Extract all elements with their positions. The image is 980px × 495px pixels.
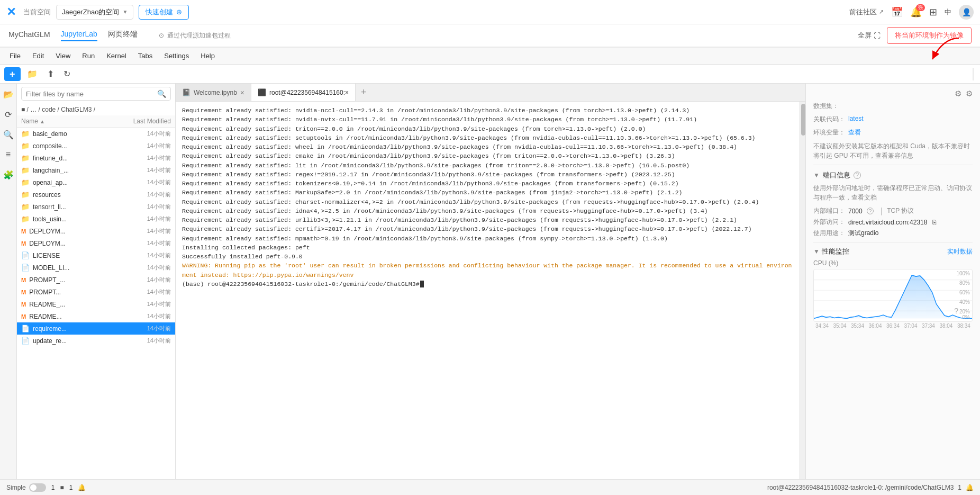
file-item[interactable]: MPROMPT...14小时前 [17, 286, 175, 298]
scrollbar[interactable] [799, 102, 805, 479]
file-item[interactable]: 📁tensorrt_ll...14小时前 [17, 201, 175, 213]
sidebar-running-icon[interactable]: ⟳ [2, 108, 15, 121]
search-input[interactable] [26, 90, 157, 98]
tab-terminal[interactable]: 网页终端 [108, 30, 138, 41]
proxy-tab[interactable]: ⊙ 通过代理源加速包过程 [159, 31, 231, 40]
menu-edit[interactable]: Edit [27, 50, 49, 62]
file-item[interactable]: 📄requireme...14小时前 [17, 322, 175, 335]
add-tab-button[interactable]: + [356, 87, 372, 98]
rp-related-code-row: 关联代码： latest [813, 115, 973, 124]
file-item[interactable]: 📁tools_usin...14小时前 [17, 213, 175, 225]
terminal-line: Requirement already satisfied: certifi>=… [182, 224, 793, 233]
quick-create-button[interactable]: 快速创建 ⊕ [139, 5, 189, 20]
make-image-button[interactable]: 将当前环境制作为镜像 [887, 27, 972, 44]
rp-settings-icon[interactable]: ⚙ [955, 89, 961, 98]
menu-view[interactable]: View [50, 50, 76, 62]
file-item[interactable]: 📁composite...14小时前 [17, 140, 175, 152]
apps-icon-btn[interactable]: ⊞ [929, 6, 937, 18]
cpu-80-label: 80% [959, 280, 970, 286]
toggle-track[interactable] [29, 483, 46, 492]
folder-icon: 📁 [21, 154, 30, 162]
cpu-help-icon[interactable]: ? [954, 307, 958, 315]
col-name-header[interactable]: Name ▲ [21, 118, 129, 125]
menu-file[interactable]: File [4, 50, 26, 62]
simple-toggle[interactable]: Simple [6, 483, 46, 492]
rp-port-help-icon[interactable]: ? [854, 172, 861, 179]
tab-welcome[interactable]: 📓 Welcome.ipynb × [176, 84, 251, 101]
file-date: 14小时前 [134, 312, 171, 320]
file-item[interactable]: MREADME...14小时前 [17, 310, 175, 322]
menu-tabs[interactable]: Tabs [133, 50, 158, 62]
current-space-label: 当前空间 [23, 7, 51, 17]
community-link[interactable]: 前往社区 ↗ [849, 7, 884, 17]
bell-icon-btn[interactable]: 🔔 强 [910, 6, 922, 18]
upload2-button[interactable]: ⬆ [44, 68, 57, 80]
sidebar-puzzle-icon[interactable]: 🧩 [2, 168, 15, 181]
tab-mychatglm[interactable]: MyChatGLM [8, 30, 50, 41]
new-file-button[interactable]: + [4, 67, 21, 81]
file-item[interactable]: 📄update_re...14小时前 [17, 335, 175, 347]
rp-related-code-value[interactable]: latest [848, 115, 973, 122]
rp-env-var-row: 环境变量： 查看 [813, 128, 973, 137]
tab-terminal[interactable]: ⬛ root@4222356948415160:× [251, 84, 356, 101]
file-item[interactable]: MREADME_...14小时前 [17, 298, 175, 310]
top-nav-right: 前往社区 ↗ 📅 🔔 强 ⊞ 中 👤 [849, 5, 974, 20]
sidebar-list-icon[interactable]: ≡ [2, 148, 15, 161]
menu-settings[interactable]: Settings [159, 50, 194, 62]
file-item[interactable]: 📄LICENSE14小时前 [17, 249, 175, 262]
file-item[interactable]: MDEPLOYM...14小时前 [17, 225, 175, 237]
avatar[interactable]: 👤 [959, 5, 974, 20]
folder-icon: 📁 [21, 215, 30, 223]
cpu-100-label: 100% [956, 271, 970, 276]
cpu-chart: 100% 80% 60% 40% 20% 0% ? [813, 269, 973, 322]
rp-data-editor-value [846, 102, 973, 111]
status-bar: Simple 1 ■ 1 🔔 root@42223569484​15160​32… [0, 479, 980, 495]
fullscreen-button[interactable]: 全屏 ⛶ [858, 31, 881, 40]
rp-copy-icon[interactable]: ⎘ [932, 219, 936, 226]
rp-usage-row: 使用用途： 测试gradio [813, 229, 973, 238]
file-item[interactable]: 📄MODEL_LI...14小时前 [17, 262, 175, 274]
file-item[interactable]: 📁resources14小时前 [17, 188, 175, 201]
calendar-icon-btn[interactable]: 📅 [891, 6, 903, 18]
menu-help[interactable]: Help [195, 50, 220, 62]
rp-perf-arrow[interactable]: ▼ [813, 248, 820, 255]
file-item[interactable]: MDEPLOYM...14小时前 [17, 237, 175, 249]
terminal-line: Requirement already satisfied: charset-n… [182, 197, 793, 206]
menu-kernel[interactable]: Kernel [101, 50, 132, 62]
space-selector[interactable]: JaegerZhao的空间 ▼ [56, 5, 133, 20]
tab-close-welcome[interactable]: × [240, 88, 244, 97]
file-icon: M [21, 277, 26, 283]
rp-env-var-link[interactable]: 查看 [848, 128, 973, 137]
tab-jupyterlab[interactable]: JupyterLab [61, 30, 97, 41]
file-item[interactable]: 📁finetune_d...14小时前 [17, 152, 175, 164]
refresh-button[interactable]: ↻ [60, 68, 74, 80]
terminal-warn-line: WARNING: Running pip as the 'root' user … [182, 261, 793, 280]
search-box: 🔍 [21, 87, 171, 101]
terminal-line: Requirement already satisfied: lit in /r… [182, 161, 793, 170]
file-item[interactable]: 📁openai_ap...14小时前 [17, 176, 175, 188]
file-list: 📁basic_demo14小时前📁composite...14小时前📁finet… [17, 128, 175, 479]
menu-run[interactable]: Run [77, 50, 100, 62]
tab-terminal-label: root@4222356948415160:× [269, 89, 349, 96]
terminal-content[interactable]: Requirement already satisfied: nvidia-nc… [176, 102, 799, 479]
status-count1: 1 [51, 484, 55, 491]
cpu-time-label: 37:04 [904, 323, 917, 329]
file-item[interactable]: 📁basic_demo14小时前 [17, 128, 175, 140]
folder-icon: 📁 [21, 130, 30, 138]
scroll-thumb[interactable] [801, 104, 805, 136]
language-button[interactable]: 中 [945, 7, 951, 17]
upload-button[interactable]: 📁 [24, 68, 41, 80]
sidebar-files-icon[interactable]: 📂 [2, 88, 15, 101]
rp-port-label: 端口信息 [823, 170, 850, 180]
sidebar-search-icon[interactable]: 🔍 [2, 128, 15, 141]
rp-port-help2-icon[interactable]: ? [867, 208, 874, 214]
rp-ellipsis-icon[interactable]: ⚙ [966, 89, 973, 98]
cpu-chart-svg [814, 269, 972, 321]
file-date: 14小时前 [134, 239, 171, 247]
file-item[interactable]: MPROMPT_...14小时前 [17, 274, 175, 286]
rp-realtime-button[interactable]: 实时数据 [947, 247, 973, 256]
rp-internal-port-label: 内部端口： [813, 206, 845, 215]
file-name: MODEL_LI... [33, 264, 134, 272]
rp-port-arrow[interactable]: ▼ [813, 172, 820, 179]
file-item[interactable]: 📁langchain_...14小时前 [17, 164, 175, 176]
